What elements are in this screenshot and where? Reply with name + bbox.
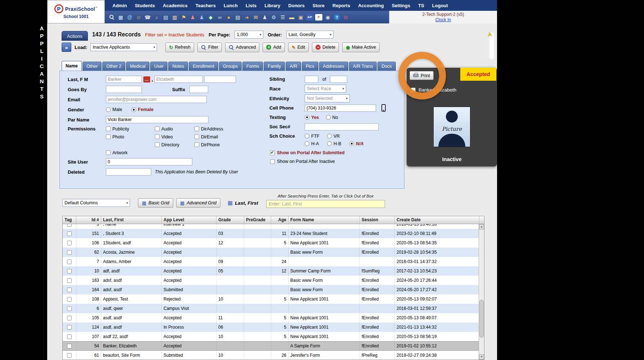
search-icon[interactable] <box>108 13 116 21</box>
smiley-icon[interactable]: ☺ <box>135 13 143 21</box>
table-row-54[interactable]: 54Banker, ElizabethAcceptedA Sample Form… <box>63 341 479 351</box>
edit-button[interactable]: ✎Edit <box>288 43 309 52</box>
sch-option-vr[interactable]: VR <box>327 134 346 139</box>
announcement-icon[interactable]: ⚑ <box>180 13 188 21</box>
permission-checkbox[interactable] <box>106 126 111 131</box>
columns-select[interactable]: Default Columns▼ <box>62 199 130 207</box>
portal-after-submitted-row[interactable]: Show on Portal After Submitted <box>264 149 404 156</box>
tab-a-r-trans[interactable]: A/R Trans <box>349 62 377 71</box>
mobile-phone-icon[interactable]: ☎ <box>144 13 152 21</box>
tab-other-2[interactable]: Other 2 <box>102 62 125 71</box>
column-header-last-first[interactable]: Last, First <box>101 216 162 224</box>
row-checkbox[interactable] <box>67 288 72 292</box>
student-red-icon[interactable]: ♟ <box>189 13 197 21</box>
scroll-up-button[interactable]: ▲ <box>479 224 484 230</box>
delete-button[interactable]: −Delete <box>312 43 339 52</box>
refresh-button[interactable]: ↻Refresh <box>165 43 194 52</box>
calendar-icon[interactable]: ▤ <box>162 13 170 21</box>
scroll-down-button[interactable]: ▼ <box>479 354 484 360</box>
table-row-61[interactable]: 61beaufort, Site FormSubmitted1026Jennif… <box>63 351 479 360</box>
nav-item-logout[interactable]: Logout <box>428 3 452 8</box>
column-header-tag[interactable]: Tag <box>63 216 76 224</box>
pdf-icon[interactable]: P <box>315 13 323 21</box>
row-checkbox[interactable] <box>67 316 72 320</box>
basic-grid-button[interactable]: ▦Basic Grid <box>138 198 173 208</box>
texting-yes-radio[interactable] <box>305 115 309 120</box>
send-icon[interactable]: ➜ <box>243 13 251 21</box>
row-checkbox[interactable] <box>67 250 72 255</box>
tab-user[interactable]: User <box>150 62 167 71</box>
camera-icon[interactable]: ◉ <box>324 13 332 21</box>
column-header-create-date[interactable]: Create Date <box>395 216 479 224</box>
column-header-form-name[interactable]: Form Name <box>289 216 360 224</box>
make-active-button[interactable]: ◉Make Active <box>342 43 380 52</box>
column-header-app-level[interactable]: App Level <box>162 216 216 224</box>
mobile-phone-icon[interactable] <box>381 104 386 112</box>
last-name-input[interactable]: Banker <box>106 76 142 83</box>
help-icon[interactable]: ? <box>333 13 341 21</box>
ap-badge-icon[interactable]: A/P <box>306 13 314 21</box>
par-name-input[interactable]: Vicki Banker <box>106 116 209 123</box>
table-row-62[interactable]: 62Acosta, JazmineAcceptedBasic www Formf… <box>63 248 479 257</box>
sch-option-radio[interactable] <box>349 141 354 146</box>
binoculars-icon[interactable]: ∞ <box>216 13 224 21</box>
table-row-3[interactable]: 3, nameInterview 12016-01-13 13:40:18 <box>63 224 479 229</box>
table-row-107[interactable]: 107asdf 22, asdfAccepted105New Applicant… <box>63 332 479 341</box>
permission-checkbox[interactable] <box>194 142 199 147</box>
permission-checkbox[interactable] <box>155 126 160 131</box>
name-lookup-button[interactable]: … <box>143 76 150 83</box>
table-row-10[interactable]: 10adf, asdfAccepted0512Summer Camp Formf… <box>63 266 479 276</box>
settings-gear-icon[interactable]: ⚙ <box>270 13 278 21</box>
first-name-input[interactable]: Elizabeth <box>155 76 203 83</box>
sch-option-radio[interactable] <box>327 141 332 146</box>
sibling-number-input[interactable] <box>305 76 318 83</box>
permission-checkbox[interactable] <box>194 134 199 139</box>
nav-item-store[interactable]: Store <box>309 3 328 8</box>
column-header-id[interactable]: Id # <box>76 216 101 224</box>
table-row-151[interactable]: 151, Student 3Accepted031123-24 New Stud… <box>63 229 479 238</box>
tab-pics[interactable]: Pics <box>302 62 318 71</box>
nav-item-students[interactable]: Students <box>131 3 159 8</box>
portal-submitted-checkbox[interactable] <box>270 151 275 155</box>
portal-inactive-checkbox[interactable] <box>270 159 275 164</box>
tab-addresses[interactable]: Addresses <box>319 62 348 71</box>
permission-checkbox[interactable] <box>106 134 111 139</box>
column-header-grade[interactable]: Grade <box>216 216 244 224</box>
row-checkbox[interactable] <box>67 259 72 264</box>
nav-item-lunch[interactable]: Lunch <box>220 3 242 8</box>
actions-button[interactable]: Actions <box>62 31 88 41</box>
row-checkbox[interactable] <box>67 306 72 311</box>
cell-phone-input[interactable]: (704) 310-9326 <box>305 105 376 112</box>
table-row-7[interactable]: 7Adams, AmberAccepted09242016-03-01 14:3… <box>63 257 479 266</box>
table-scrollbar[interactable]: ▲ ▼ <box>479 224 484 360</box>
student-blue-icon[interactable]: ♟ <box>198 13 206 21</box>
portal-after-inactive-row[interactable]: Show on Portal After Inactive <box>264 158 404 165</box>
briefcase-icon[interactable]: ▣ <box>297 13 305 21</box>
notes-icon[interactable]: ▤ <box>234 13 242 21</box>
sibling-total-input[interactable] <box>330 76 347 83</box>
tab-enrollment[interactable]: Enrollment <box>189 62 218 71</box>
tab-family[interactable]: Family <box>264 62 285 71</box>
nav-item-academics[interactable]: Academics <box>159 3 192 8</box>
tab-notes[interactable]: Notes <box>168 62 188 71</box>
sch-option-h-b[interactable]: H-B <box>327 141 346 146</box>
mail-forward-icon[interactable]: ✉ <box>252 13 260 21</box>
texting-no-option[interactable]: No <box>326 115 338 120</box>
sch-option-radio[interactable] <box>305 141 309 146</box>
suffix-input[interactable] <box>189 86 208 93</box>
expand-button[interactable]: » <box>62 43 71 52</box>
shield-icon[interactable]: ◆ <box>207 13 215 21</box>
goes-by-input[interactable] <box>106 86 142 93</box>
row-checkbox[interactable] <box>67 278 72 283</box>
sch-option-radio[interactable] <box>327 134 332 138</box>
scrollbar-thumb[interactable] <box>479 300 484 338</box>
permission-checkbox[interactable] <box>155 134 160 139</box>
nav-item-accounting[interactable]: Accounting <box>354 3 388 8</box>
advanced-grid-button[interactable]: ▦Advanced Grid <box>176 198 220 208</box>
per-page-select[interactable]: 1,000▼ <box>234 31 263 39</box>
row-checkbox[interactable] <box>67 344 72 348</box>
table-row-164[interactable]: 164adsf, asdfSubmittedBasic www FormfEnr… <box>63 285 479 294</box>
load-select[interactable]: Inactive Applicants▼ <box>90 43 157 51</box>
tab-medical[interactable]: Medical <box>126 62 149 71</box>
tab-forms[interactable]: Forms <box>242 62 263 71</box>
